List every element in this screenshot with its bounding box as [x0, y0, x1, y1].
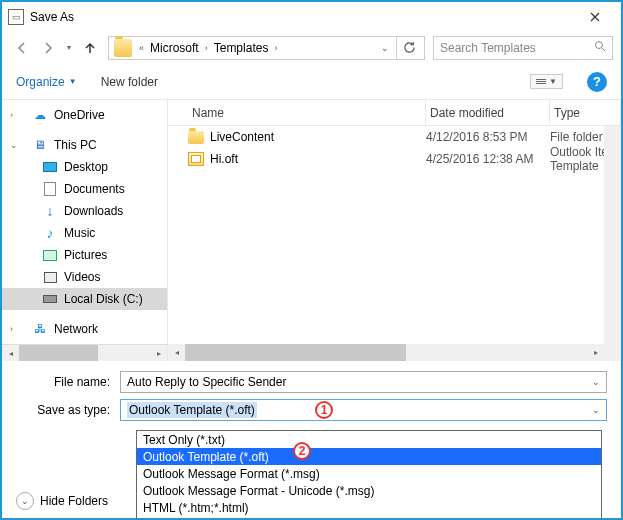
- nav-back-button[interactable]: [10, 36, 34, 60]
- filetype-option[interactable]: Outlook Message Format - Unicode (*.msg): [137, 482, 601, 499]
- help-button[interactable]: ?: [587, 72, 607, 92]
- address-bar[interactable]: « Microsoft › Templates › ⌄: [108, 36, 425, 60]
- search-icon: [594, 40, 606, 55]
- new-folder-button[interactable]: New folder: [101, 75, 158, 89]
- window-icon: ▭: [8, 9, 24, 25]
- window-title: Save As: [30, 10, 575, 24]
- disk-icon: [42, 291, 58, 307]
- nav-music[interactable]: ♪Music: [2, 222, 167, 244]
- filetype-option[interactable]: MHT files (*.mht): [137, 516, 601, 520]
- nav-history-dropdown[interactable]: ▾: [62, 43, 76, 52]
- chevron-right-icon[interactable]: ›: [270, 43, 281, 53]
- cloud-icon: ☁: [32, 107, 48, 123]
- view-options-button[interactable]: ▼: [530, 74, 563, 89]
- list-vscrollbar[interactable]: [604, 126, 621, 344]
- column-date[interactable]: Date modified: [426, 100, 550, 125]
- organize-button[interactable]: Organize▼: [16, 75, 77, 89]
- breadcrumb-overflow[interactable]: «: [135, 43, 148, 53]
- pictures-icon: [42, 247, 58, 263]
- oft-file-icon: [188, 152, 204, 166]
- pc-icon: 🖥: [32, 137, 48, 153]
- nav-scrollbar[interactable]: ◂▸: [2, 344, 167, 361]
- music-icon: ♪: [42, 225, 58, 241]
- nav-downloads[interactable]: ↓Downloads: [2, 200, 167, 222]
- nav-documents[interactable]: Documents: [2, 178, 167, 200]
- nav-pictures[interactable]: Pictures: [2, 244, 167, 266]
- navigation-pane: ›☁OneDrive ⌄🖥This PC Desktop Documents ↓…: [2, 100, 167, 361]
- filetype-option[interactable]: Outlook Message Format (*.msg): [137, 465, 601, 482]
- nav-up-button[interactable]: [78, 36, 102, 60]
- saveastype-select[interactable]: Outlook Template (*.oft)⌄: [120, 399, 607, 421]
- chevron-down-icon[interactable]: ⌄: [592, 405, 600, 415]
- filetype-option[interactable]: Outlook Template (*.oft): [137, 448, 601, 465]
- nav-network[interactable]: ›🖧Network: [2, 318, 167, 340]
- annotation-callout-1: 1: [315, 401, 333, 419]
- desktop-icon: [42, 159, 58, 175]
- column-name[interactable]: Name: [188, 100, 426, 125]
- nav-forward-button[interactable]: [36, 36, 60, 60]
- breadcrumb-microsoft[interactable]: Microsoft: [148, 41, 201, 55]
- close-button[interactable]: [575, 2, 615, 32]
- list-item[interactable]: Hi.oft 4/25/2016 12:38 AM Outlook Item T…: [168, 148, 621, 170]
- hide-folders-toggle-icon[interactable]: ⌄: [16, 492, 34, 510]
- saveastype-label: Save as type:: [16, 403, 120, 417]
- svg-point-0: [596, 42, 603, 49]
- network-icon: 🖧: [32, 321, 48, 337]
- download-icon: ↓: [42, 203, 58, 219]
- nav-onedrive[interactable]: ›☁OneDrive: [2, 104, 167, 126]
- column-type[interactable]: Type: [550, 100, 621, 125]
- chevron-down-icon[interactable]: ⌄: [592, 377, 600, 387]
- nav-thispc[interactable]: ⌄🖥This PC: [2, 134, 167, 156]
- nav-desktop[interactable]: Desktop: [2, 156, 167, 178]
- filename-input[interactable]: Auto Reply to Specific Sender⌄: [120, 371, 607, 393]
- search-input[interactable]: Search Templates: [433, 36, 613, 60]
- address-dropdown-icon[interactable]: ⌄: [376, 43, 394, 53]
- refresh-button[interactable]: [396, 36, 422, 60]
- nav-localdisk[interactable]: Local Disk (C:): [2, 288, 167, 310]
- breadcrumb-templates[interactable]: Templates: [212, 41, 271, 55]
- folder-icon: [114, 39, 132, 57]
- filename-label: File name:: [16, 375, 120, 389]
- nav-videos[interactable]: Videos: [2, 266, 167, 288]
- videos-icon: [42, 269, 58, 285]
- folder-icon: [188, 131, 204, 144]
- saveastype-dropdown-list: Text Only (*.txt) Outlook Template (*.of…: [136, 430, 602, 520]
- search-placeholder: Search Templates: [440, 41, 594, 55]
- filetype-option[interactable]: HTML (*.htm;*.html): [137, 499, 601, 516]
- annotation-callout-2: 2: [293, 442, 311, 460]
- chevron-right-icon[interactable]: ›: [201, 43, 212, 53]
- file-list: Name Date modified Type LiveContent 4/12…: [167, 100, 621, 361]
- hide-folders-button[interactable]: Hide Folders: [40, 494, 108, 508]
- document-icon: [42, 181, 58, 197]
- list-hscrollbar[interactable]: ◂▸: [168, 344, 621, 361]
- filetype-option[interactable]: Text Only (*.txt): [137, 431, 601, 448]
